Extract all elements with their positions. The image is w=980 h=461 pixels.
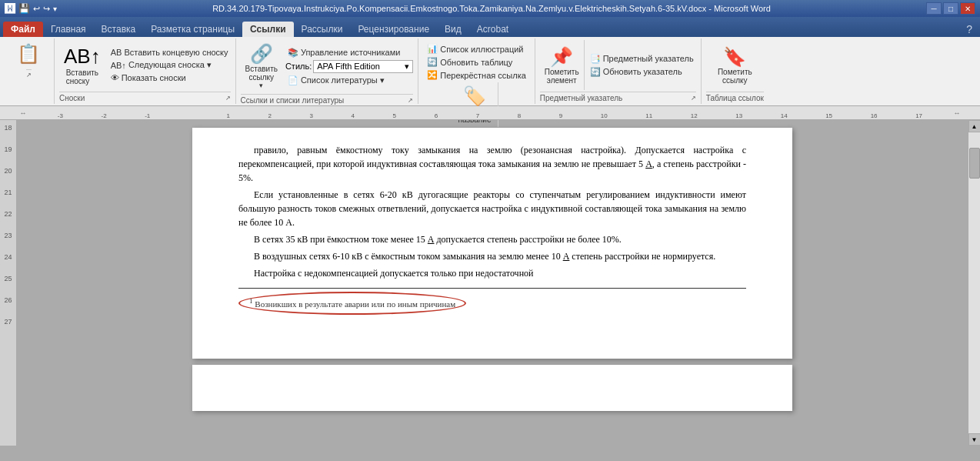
tab-review[interactable]: Рецензирование [350, 22, 437, 37]
next-snoska-label: Следующая сноска ▾ [128, 60, 212, 70]
show-snosk-icon: 👁 [111, 73, 119, 82]
group-ogl-label: ↗ [26, 69, 32, 79]
document-page-1: правило, равным ёмкостному току замыкани… [192, 128, 792, 359]
scroll-thumb[interactable] [969, 148, 980, 179]
doc-scroll[interactable]: правило, равным ёмкостному току замыкани… [17, 120, 968, 446]
title-bar: 🆆 💾 ↩ ↪ ▾ RD.34.20.179-Tipovaya.Instrukc… [0, 0, 980, 17]
underline-10a: А [563, 251, 570, 262]
update-table-button[interactable]: 🔄 Обновить таблицу [425, 56, 528, 68]
list-ill-icon: 📊 [427, 44, 438, 54]
ogl-icon: 📋 [17, 43, 40, 65]
tab-references[interactable]: Ссылки [242, 22, 293, 37]
style-dropdown[interactable]: Стиль: APA Fifth Edition ▾ [285, 60, 413, 73]
tab-acrobat[interactable]: Acrobat [469, 22, 516, 37]
ruler-right-btn[interactable]: ↔ [949, 109, 965, 117]
pred-ukaz-label: Предметный указатель [603, 54, 694, 63]
ogl-expand-icon[interactable]: ↗ [26, 72, 32, 79]
update-table-label: Обновить таблицу [440, 58, 512, 67]
customize-icon[interactable]: ▾ [53, 5, 57, 13]
style-value: APA Fifth Edition [317, 62, 380, 71]
cross-ref-icon: 🔀 [427, 70, 438, 80]
list-illustrations-button[interactable]: 📊 Список иллюстраций [425, 43, 528, 55]
group-snosk-label: Сноски ↗ [59, 92, 231, 102]
title-bar-left: 🆆 💾 ↩ ↪ ▾ [5, 2, 57, 15]
help-button[interactable]: ? [962, 22, 977, 37]
insert-name-icon: 🏷️ [463, 85, 486, 107]
tab-mailings[interactable]: Рассылки [294, 22, 351, 37]
insert-snoska-label: Вставитьсноску [66, 68, 98, 85]
mark-elem-button[interactable]: 📌 Пометитьэлемент [540, 40, 585, 90]
bibliography-button[interactable]: 📄 Список литературы ▾ [285, 75, 413, 86]
mark-elem-label: Пометитьэлемент [545, 68, 579, 85]
maximize-button[interactable]: □ [943, 2, 958, 15]
mark-ssylku-button[interactable]: 🔖 Пометитьссылку [706, 40, 764, 90]
update-ukaz-icon: 🔄 [590, 67, 601, 77]
tab-insert[interactable]: Вставка [94, 22, 144, 37]
style-label: Стиль: [285, 62, 312, 71]
group-ssl-label: Ссылки и списки литературы ↗ [241, 94, 414, 105]
pred-ukaz-icon: 📑 [590, 54, 601, 64]
tab-layout[interactable]: Разметка страницы [143, 22, 242, 37]
para-2: Если установленные в сетях 6-20 кВ дугог… [238, 188, 746, 229]
group-ogl: 📋 ↗ [3, 38, 55, 104]
scroll-up-button[interactable]: ▲ [968, 120, 981, 132]
show-snosk-button[interactable]: 👁 Показать сноски [108, 72, 231, 83]
footnote-text: 1 Возникших в результате аварии или по и… [238, 292, 466, 315]
ribbon-content: 📋 ↗ AB↑ Вставитьсноску AB Вставить конце… [0, 37, 980, 106]
tab-home[interactable]: Главная [43, 22, 94, 37]
insert-snoska-button[interactable]: AB↑ Вставитьсноску [59, 40, 105, 90]
ruler-left-btn[interactable]: ↔ [15, 109, 31, 117]
minimize-button[interactable]: ─ [926, 2, 942, 15]
tab-view[interactable]: Вид [437, 22, 469, 37]
document-area: 18192021222324252627 правило, равным ёмк… [0, 120, 980, 446]
redo-icon[interactable]: ↪ [43, 4, 50, 14]
group-snosk: AB↑ Вставитьсноску AB Вставить концевую … [55, 38, 236, 104]
endnote-icon: AB [111, 48, 122, 57]
underline-15a: А [428, 234, 435, 245]
group-tabss: 🔖 Пометитьссылку Таблица ссылок [702, 38, 768, 104]
ogl-button[interactable]: 📋 [9, 42, 48, 68]
quick-save-icon[interactable]: 💾 [18, 3, 30, 14]
title-bar-controls: ─ □ ✕ [926, 2, 975, 15]
cross-ref-button[interactable]: 🔀 Перекрёстная ссылка [425, 69, 528, 81]
title-bar-title: RD.34.20.179-Tipovaya.Instrukciya.Po.Kom… [145, 4, 838, 13]
insert-endnote-button[interactable]: AB Вставить концевую сноску [108, 47, 231, 58]
tab-file[interactable]: Файл [3, 22, 43, 37]
manage-sources-icon: 📚 [288, 48, 298, 58]
cross-ref-label: Перекрёстная ссылка [440, 71, 526, 80]
manage-sources-button[interactable]: 📚 Управление источниками [285, 47, 413, 58]
snosk-expand-icon[interactable]: ↗ [225, 95, 231, 102]
para-1: правило, равным ёмкостному току замыкани… [238, 143, 746, 185]
insert-ssylku-button[interactable]: 🔗 Вставитьссылку ▾ [241, 40, 282, 92]
left-ruler: 18192021222324252627 [0, 120, 17, 446]
para-5: Настройка с недокомпенсацией допускается… [238, 266, 746, 280]
undo-icon[interactable]: ↩ [33, 4, 40, 14]
next-snoska-icon: AB↑ [111, 61, 126, 70]
doc-content: правило, равным ёмкостному току замыкани… [238, 143, 746, 280]
update-ukaz-button[interactable]: 🔄 Обновить указатель [588, 66, 696, 78]
show-snosk-label: Показать сноски [122, 73, 186, 82]
group-pred: 📌 Пометитьэлемент 📑 Предметный указатель… [535, 38, 702, 104]
pred-expand-icon[interactable]: ↗ [691, 95, 696, 102]
style-select[interactable]: APA Fifth Edition ▾ [313, 60, 413, 73]
ssl-expand-icon[interactable]: ↗ [408, 97, 413, 104]
insert-endnote-label: Вставить концевую сноску [124, 48, 228, 57]
footnote-sup: 1 [249, 297, 253, 305]
list-ill-label: Список иллюстраций [440, 45, 523, 54]
style-arrow-icon: ▾ [405, 62, 409, 72]
next-snoska-button[interactable]: AB↑ Следующая сноска ▾ [108, 59, 231, 71]
para-4: В воздушных сетях 6-10 кВ с ёмкостным то… [238, 249, 746, 263]
mark-ssylku-label: Пометитьссылку [718, 68, 752, 85]
close-button[interactable]: ✕ [960, 2, 975, 15]
update-table-icon: 🔄 [427, 57, 438, 67]
document-page-2 [192, 365, 792, 411]
insert-ssylku-label: Вставитьссылку [245, 65, 278, 82]
scroll-track[interactable] [968, 132, 980, 433]
update-ukaz-label: Обновить указатель [603, 67, 682, 76]
pred-ukaz-button[interactable]: 📑 Предметный указатель [588, 53, 696, 65]
insert-ssylku-icon: 🔗 [250, 43, 273, 65]
right-scrollbar[interactable]: ▲ ▼ [968, 120, 980, 446]
manage-sources-label: Управление источниками [301, 48, 400, 57]
word-icon: 🆆 [5, 2, 15, 15]
scroll-down-button[interactable]: ▼ [968, 433, 981, 446]
